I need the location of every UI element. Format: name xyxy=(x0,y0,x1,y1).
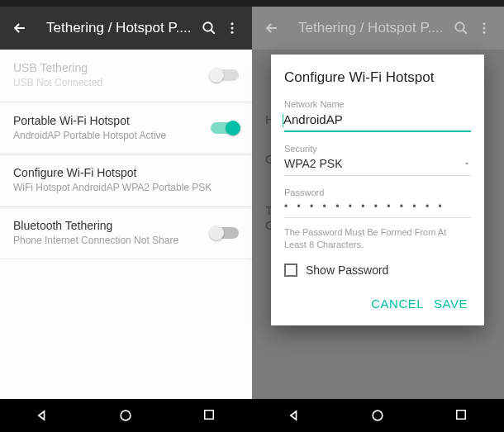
nav-recent-icon[interactable] xyxy=(202,407,218,424)
wifi-hotspot-toggle[interactable] xyxy=(211,122,239,134)
show-password-checkbox[interactable] xyxy=(284,263,297,277)
overflow-icon xyxy=(473,17,496,40)
svg-point-4 xyxy=(121,411,131,420)
nav-bar xyxy=(0,399,252,432)
app-title: Tethering / Hotspot P.... xyxy=(298,20,449,36)
wifi-hotspot-title: Portable Wi-Fi Hotspot xyxy=(13,114,211,127)
svg-point-6 xyxy=(455,22,464,31)
svg-point-3 xyxy=(231,31,234,34)
chevron-down-icon xyxy=(463,159,471,168)
svg-point-0 xyxy=(203,22,212,31)
svg-point-1 xyxy=(231,22,234,25)
app-title: Tethering / Hotspot P.... xyxy=(46,20,197,36)
usb-tethering-row: USB Tethering USB Not Connected xyxy=(0,50,252,102)
network-name-value: AndroidAP xyxy=(283,112,343,126)
nav-back-icon[interactable] xyxy=(286,407,302,424)
search-icon[interactable] xyxy=(197,17,221,40)
status-bar xyxy=(0,0,252,7)
save-button[interactable]: SAVE xyxy=(430,292,471,316)
usb-tethering-title: USB Tethering xyxy=(13,61,211,74)
svg-point-9 xyxy=(483,31,486,34)
search-icon xyxy=(449,17,473,40)
nav-bar xyxy=(252,399,504,432)
dialog-actions: CANCEL SAVE xyxy=(284,292,471,316)
security-value: WPA2 PSK xyxy=(284,157,343,170)
configure-hotspot-dialog: Configure Wi-Fi Hotspot Network Name And… xyxy=(271,55,484,325)
svg-point-8 xyxy=(483,27,486,30)
svg-point-7 xyxy=(483,22,486,25)
password-hint: The Password Must Be Formed From At Leas… xyxy=(284,226,471,252)
overflow-icon[interactable] xyxy=(221,17,244,40)
svg-rect-5 xyxy=(205,411,214,420)
nav-recent-icon[interactable] xyxy=(454,407,470,424)
configure-hotspot-title: Configure Wi-Fi Hotspot xyxy=(13,166,239,179)
svg-point-10 xyxy=(373,411,383,420)
nav-home-icon[interactable] xyxy=(117,407,134,424)
settings-list: USB Tethering USB Not Connected Portable… xyxy=(0,50,252,399)
bluetooth-tethering-toggle[interactable] xyxy=(211,227,239,239)
usb-tethering-sub: USB Not Connected xyxy=(13,77,211,90)
password-input[interactable]: • • • • • • • • • • • • • xyxy=(284,201,471,218)
bluetooth-tethering-row[interactable]: Bluetooth Tethering Phone Internet Conne… xyxy=(0,207,252,260)
app-bar: Tethering / Hotspot P.... xyxy=(252,7,504,50)
app-bar: Tethering / Hotspot P.... xyxy=(0,7,252,50)
nav-home-icon[interactable] xyxy=(369,407,386,424)
left-screen: Tethering / Hotspot P.... USB Tethering … xyxy=(0,0,252,432)
wifi-hotspot-row[interactable]: Portable Wi-Fi Hotspot AndroidAP Portabl… xyxy=(0,102,252,155)
back-icon[interactable] xyxy=(8,17,31,40)
svg-point-2 xyxy=(231,27,234,30)
bluetooth-tethering-title: Bluetooth Tethering xyxy=(13,219,211,232)
cancel-button[interactable]: CANCEL xyxy=(368,292,427,316)
right-screen: Tethering / Hotspot P.... H C T C Config… xyxy=(252,0,504,432)
security-label: Security xyxy=(284,144,471,154)
status-bar xyxy=(252,0,504,7)
usb-tethering-toggle xyxy=(211,69,239,81)
bluetooth-tethering-sub: Phone Internet Connection Not Share xyxy=(13,235,211,248)
dialog-heading: Configure Wi-Fi Hotspot xyxy=(284,69,471,86)
network-name-label: Network Name xyxy=(284,99,471,109)
svg-rect-11 xyxy=(457,411,466,420)
show-password-label: Show Password xyxy=(306,263,388,277)
configure-hotspot-row[interactable]: Configure Wi-Fi Hotspot WiFi Hotspot And… xyxy=(0,154,252,207)
password-label: Password xyxy=(284,188,471,197)
show-password-row[interactable]: Show Password xyxy=(284,263,471,277)
security-select[interactable]: WPA2 PSK xyxy=(284,157,471,176)
network-name-input[interactable]: AndroidAP xyxy=(284,112,471,132)
back-icon xyxy=(260,17,283,40)
configure-hotspot-sub: WiFi Hotspot AndroidAP WPA2 Portable PSK xyxy=(13,182,239,195)
nav-back-icon[interactable] xyxy=(34,407,50,424)
wifi-hotspot-sub: AndroidAP Portable Hotspot Active xyxy=(13,130,211,143)
